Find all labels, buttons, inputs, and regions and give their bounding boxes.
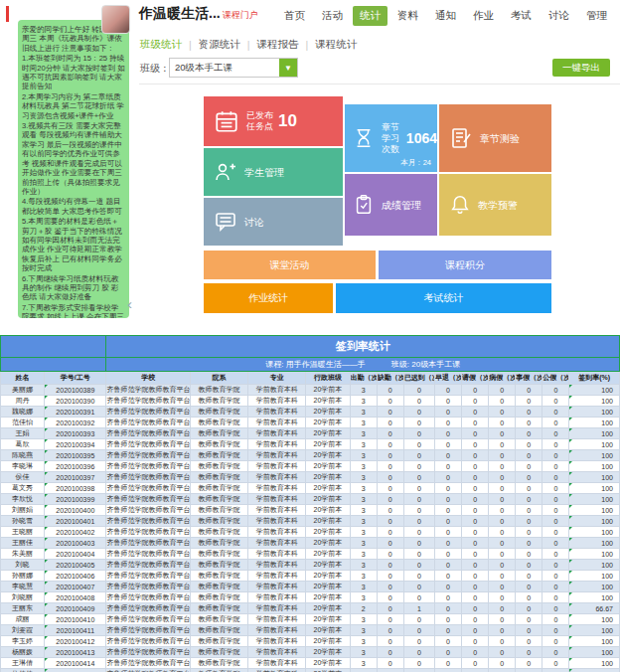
tile-chapter-study[interactable]: 章节学习次数 1064 本月：24 [345,104,437,172]
cell: 学前教育本科 [248,669,306,672]
cell: 0 [489,658,516,669]
cell: 0 [489,538,516,549]
column-header-2: 学校 [106,372,190,385]
cell: 0 [462,516,489,527]
cell: 0 [434,472,461,483]
cell: 学前教育本科 [248,494,306,505]
cell: 2020100389 [45,385,106,396]
tile-class-activity[interactable]: 课堂活动 [204,251,376,279]
cell: 李晓慧 [1,582,45,592]
cell: 学前教育本科 [248,472,306,483]
table-row: 王琳倩2020100414齐鲁师范学院教师教育平台教师教育学院学前教育本科20学… [1,658,620,669]
nav-item-0[interactable]: 首页 [277,6,312,26]
cell: 0 [542,428,569,439]
class-select[interactable]: 20级本手工课 ▼ [169,58,298,78]
cell: 100 [569,658,620,669]
nav-item-8[interactable]: 管理 [579,6,614,26]
cell: 0 [403,407,434,418]
cell: 100 [569,396,620,407]
cell: 100 [569,582,620,592]
cell: 0 [462,538,489,549]
export-button[interactable]: 一键导出 [552,59,610,77]
portal-link[interactable]: 课程门户 [223,10,258,20]
tile-chapter-quiz[interactable]: 章节测验 [439,104,551,172]
cell: 0 [516,625,542,636]
cell: 3 [350,538,377,549]
sub-tab-1[interactable]: 资源统计 [199,38,240,52]
cell: 20学前本 [306,494,350,505]
column-header-8: 已迟到（次） [403,372,434,385]
tile-course-points[interactable]: 课程积分 [379,251,551,279]
tile-homework-stats[interactable]: 作业统计 [204,283,333,313]
cell: 100 [569,407,620,418]
cell: 0 [489,450,516,461]
cell: 杨丽媛 [1,647,45,658]
subtitle-spacer [1,358,106,372]
cell: 教师教育学院 [190,428,247,439]
tile-label: 成绩管理 [382,200,421,211]
cell: 20学前本 [306,658,350,669]
cell: 0 [516,592,542,603]
chevron-down-icon[interactable]: ▼ [279,59,297,77]
sub-tab-2[interactable]: 课程报告 [256,38,298,52]
cell: 0 [462,603,489,614]
tile-discussion[interactable]: 讨论 [204,198,343,246]
cell: 齐鲁师范学院教师教育平台 [106,647,190,658]
sub-tab-0[interactable]: 班级统计 [140,38,182,52]
cell: 0 [462,461,489,472]
tile-student-management[interactable]: 学生管理 [204,148,343,196]
table-row: 葛欣2020100394齐鲁师范学院教师教育平台教师教育学院学前教育本科20学前… [1,439,620,450]
cell: 2020100399 [45,494,106,505]
nav-item-6[interactable]: 考试 [504,6,539,26]
cell: 成丽 [1,614,45,625]
cell: 齐鲁师范学院教师教育平台 [106,549,190,560]
cell: 0 [434,582,461,592]
cell: 0 [403,538,434,549]
tile-teaching-warning[interactable]: 教学预警 [439,174,551,236]
document-pencil-icon [449,126,473,150]
cell: 0 [542,516,569,527]
nav-item-5[interactable]: 作业 [466,6,501,26]
tile-exam-stats[interactable]: 考试统计 [336,283,551,313]
table-row: 朱美丽2020100404齐鲁师范学院教师教育平台教师教育学院学前教育本科20学… [1,549,620,560]
top-nav: 首页活动统计资料通知作业考试讨论管理 [274,6,614,26]
chevron-left-icon[interactable]: ‹ [127,296,132,311]
cell: 0 [434,592,461,603]
cell: 2020100405 [45,560,106,571]
sub-tab-3[interactable]: 课程统计 [315,38,357,52]
cell: 0 [377,582,403,592]
tile-published-tasks[interactable]: 已发布任务点 10 [204,96,343,146]
cell: 刘雯霞 [1,625,45,636]
cell: 0 [462,428,489,439]
nav-item-1[interactable]: 活动 [315,6,350,26]
nav-item-7[interactable]: 讨论 [542,6,576,26]
cell: 0 [462,636,489,647]
cell: 教师教育学院 [190,396,247,407]
cell: 0 [489,483,516,494]
chat-paragraph: 2.本周学习内容为 第二章纸质材料玩教具 第二节花球折纸 学习资源包含视频+课件… [22,92,125,120]
tile-label: 教学预警 [478,200,518,211]
cell: 3 [350,549,377,560]
cell: 0 [434,450,461,461]
stats-dashboard: 已发布任务点 10 学生管理 讨论 章节学习次数 1064 本月：24 成绩管理… [204,94,551,318]
cell: 0 [377,516,403,527]
tile-grade-management[interactable]: 成绩管理 [345,174,437,236]
cell: 2 [350,603,377,614]
column-header-11: 病假（次） [489,372,516,385]
cell: 20学前本 [306,603,350,614]
column-header-13: 公假（次） [542,372,569,385]
column-header-3: 院系 [190,372,247,385]
cell: 教师教育学院 [190,450,247,461]
cell: 教师教育学院 [190,582,247,592]
cell: 李晓琳 [1,461,45,472]
cell: 王娟 [1,428,45,439]
cell: 0 [434,560,461,571]
nav-item-3[interactable]: 资料 [390,6,425,26]
cell: 0 [542,439,569,450]
chat-bubble-icon [214,210,237,234]
nav-item-2[interactable]: 统计 [353,6,388,26]
cell: 0 [377,625,403,636]
cell: 100 [569,592,620,603]
cell: 0 [403,516,434,527]
nav-item-4[interactable]: 通知 [428,6,463,26]
